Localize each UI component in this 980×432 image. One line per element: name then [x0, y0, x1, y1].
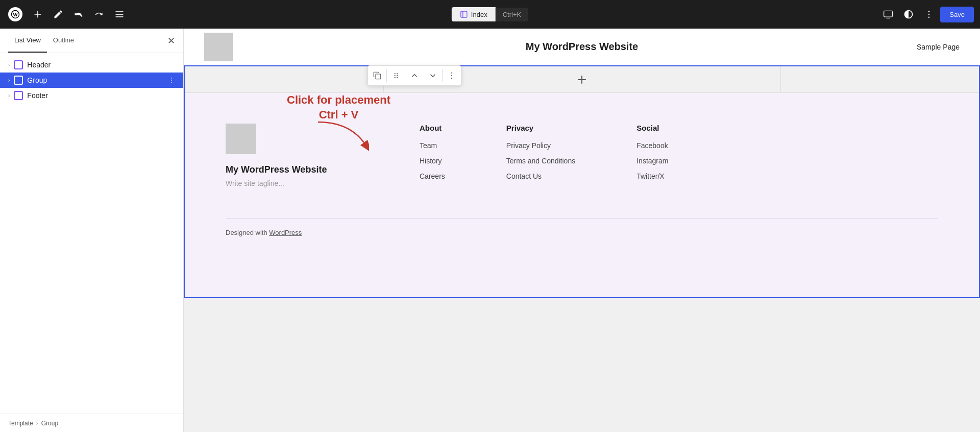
main-layout: List View Outline ✕ › Header › Group ⋮: [0, 29, 980, 432]
svg-point-20: [451, 75, 452, 76]
footer-nav-social-list: Facebook Instagram Twitter/X: [636, 141, 668, 180]
add-block-col-right[interactable]: [781, 66, 979, 92]
header-block-icon: [14, 60, 23, 69]
contrast-button[interactable]: [899, 5, 918, 23]
shortcut-hint: Ctrl+K: [496, 8, 528, 21]
footer-nav-about: About Team History Careers: [420, 124, 445, 187]
svg-rect-12: [376, 74, 381, 79]
sidebar-item-group[interactable]: › Group ⋮: [0, 73, 183, 88]
website-logo-placeholder: [204, 33, 233, 61]
footer-brand: My WordPress Website Write site tagline.…: [226, 124, 379, 187]
block-move-button[interactable]: [405, 66, 424, 85]
svg-point-14: [397, 73, 398, 74]
svg-rect-3: [116, 14, 124, 15]
svg-rect-2: [116, 11, 124, 12]
footer-nav-social-heading: Social: [636, 124, 668, 132]
wp-logo[interactable]: W: [6, 5, 24, 23]
footer-nav-columns: About Team History Careers Privacy Pr: [420, 124, 938, 187]
footer-nav-about-history[interactable]: History: [420, 157, 445, 165]
group-block: Click for placement Ctrl + V: [184, 65, 980, 298]
footer-logo-placeholder: [226, 124, 256, 154]
breadcrumb-separator: ›: [36, 420, 38, 427]
top-toolbar: W Index Ctrl+K: [0, 0, 980, 29]
footer-nav-terms[interactable]: Terms and Conditions: [506, 157, 575, 165]
website-title: My WordPress Website: [526, 41, 638, 53]
expand-icon-footer: ›: [8, 93, 10, 99]
footer-nav-about-heading: About: [420, 124, 445, 132]
list-view-button[interactable]: [110, 5, 129, 23]
svg-rect-7: [884, 11, 893, 17]
svg-point-16: [397, 75, 398, 76]
block-options-button[interactable]: [443, 66, 461, 85]
svg-rect-4: [116, 16, 124, 17]
footer-designed-with: Designed with: [226, 229, 267, 236]
toolbar-center: Index Ctrl+K: [452, 7, 528, 21]
footer-nav-privacy-policy[interactable]: Privacy Policy: [506, 141, 575, 150]
add-block-row: [185, 66, 979, 93]
footer-nav-about-team[interactable]: Team: [420, 141, 445, 150]
footer-nav-privacy-list: Privacy Policy Terms and Conditions Cont…: [506, 141, 575, 180]
footer-block-icon: [14, 91, 23, 100]
svg-point-10: [928, 14, 930, 15]
sidebar-close-button[interactable]: ✕: [167, 35, 175, 46]
svg-point-17: [395, 77, 396, 78]
svg-point-18: [397, 77, 398, 78]
breadcrumb-current: Group: [41, 420, 58, 427]
website-sample-page: Sample Page: [917, 43, 960, 51]
tab-outline[interactable]: Outline: [47, 29, 80, 53]
footer-nav-twitter[interactable]: Twitter/X: [636, 172, 668, 180]
sidebar: List View Outline ✕ › Header › Group ⋮: [0, 29, 184, 432]
breadcrumb-template: Template: [8, 420, 33, 427]
block-duplicate-button[interactable]: [368, 66, 386, 85]
index-button[interactable]: Index: [452, 7, 496, 21]
svg-point-21: [451, 78, 452, 79]
svg-point-19: [451, 73, 452, 74]
edit-button[interactable]: [49, 5, 67, 23]
sidebar-items: › Header › Group ⋮ › Footer: [0, 53, 183, 414]
footer-nav-social: Social Facebook Instagram Twitter/X: [636, 124, 668, 187]
options-button[interactable]: [920, 5, 938, 23]
svg-point-11: [928, 17, 930, 18]
toolbar-right: Save: [879, 5, 974, 23]
footer-tagline: Write site tagline...: [226, 179, 379, 187]
canvas-area: My WordPress Website Sample Page: [184, 29, 980, 432]
block-toolbar: [368, 65, 461, 86]
sidebar-item-header[interactable]: › Header: [0, 57, 183, 73]
add-block-col-left[interactable]: [185, 66, 384, 92]
footer-nav-instagram[interactable]: Instagram: [636, 157, 668, 165]
undo-button[interactable]: [69, 5, 88, 23]
footer-bottom: Designed with WordPress: [226, 218, 938, 236]
expand-icon: ›: [8, 62, 10, 68]
add-block-button[interactable]: [29, 5, 47, 23]
group-more-icon[interactable]: ⋮: [168, 76, 175, 84]
block-move-down-button[interactable]: [424, 66, 442, 85]
index-label: Index: [471, 11, 487, 18]
svg-point-9: [928, 11, 930, 12]
sidebar-item-footer[interactable]: › Footer: [0, 88, 183, 103]
footer-content: My WordPress Website Write site tagline.…: [185, 93, 979, 297]
svg-point-13: [395, 73, 396, 74]
footer-nav-about-careers[interactable]: Careers: [420, 172, 445, 180]
group-block-icon: [14, 76, 23, 85]
footer-nav-facebook[interactable]: Facebook: [636, 141, 668, 150]
tab-list-view[interactable]: List View: [8, 29, 47, 53]
block-drag-handle[interactable]: [387, 66, 405, 85]
save-button[interactable]: Save: [940, 7, 974, 22]
footer-wordpress-link[interactable]: WordPress: [269, 229, 302, 236]
svg-point-15: [395, 75, 396, 76]
footer-nav-contact[interactable]: Contact Us: [506, 172, 575, 180]
website-header-preview: My WordPress Website Sample Page: [184, 29, 980, 65]
svg-rect-5: [461, 11, 467, 17]
footer-top: My WordPress Website Write site tagline.…: [226, 124, 938, 187]
footer-nav-about-list: Team History Careers: [420, 141, 445, 180]
wp-logo-icon: W: [8, 7, 22, 21]
footer-site-name: My WordPress Website: [226, 164, 379, 175]
sidebar-header: List View Outline ✕: [0, 29, 183, 53]
breadcrumb-bar: Template › Group: [0, 414, 183, 432]
redo-button[interactable]: [90, 5, 108, 23]
expand-icon-group: ›: [8, 78, 10, 83]
footer-nav-privacy-heading: Privacy: [506, 124, 575, 132]
device-view-button[interactable]: [879, 5, 897, 23]
svg-text:W: W: [13, 12, 18, 17]
footer-nav-privacy: Privacy Privacy Policy Terms and Conditi…: [506, 124, 575, 187]
